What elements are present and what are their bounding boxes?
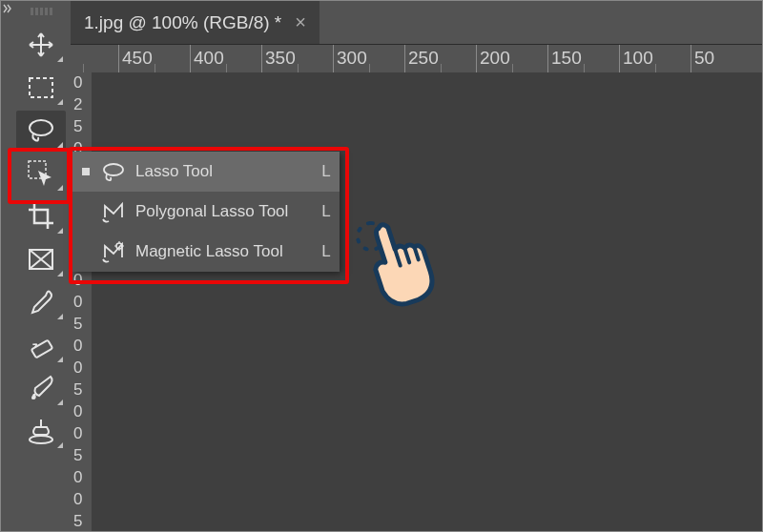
healing-brush-icon: [27, 331, 55, 359]
frame-icon: [27, 247, 55, 272]
document-tab-title: 1.jpg @ 100% (RGB/8) *: [84, 12, 281, 33]
tools-panel: [11, 1, 71, 532]
flyout-item-shortcut: L: [313, 202, 340, 221]
panel-grip[interactable]: [11, 1, 71, 22]
photoshop-window: 1.jpg @ 100% (RGB/8) * × 450400350300250…: [0, 0, 763, 532]
healing-brush-tool[interactable]: [16, 325, 66, 365]
move-tool[interactable]: [16, 25, 66, 65]
flyout-item-polygonal-lasso-tool[interactable]: Polygonal Lasso ToolL: [72, 192, 340, 232]
selected-indicator-icon: [82, 168, 90, 175]
flyout-item-label: Lasso Tool: [135, 162, 313, 181]
crop-tool[interactable]: [16, 196, 66, 236]
flyout-item-magnetic-lasso-tool[interactable]: Magnetic Lasso ToolL: [72, 232, 340, 272]
brush-tool[interactable]: [16, 368, 66, 408]
tool-icon: [99, 200, 128, 223]
document-tab[interactable]: 1.jpg @ 100% (RGB/8) * ×: [71, 1, 320, 44]
svg-point-5: [30, 436, 52, 443]
document-tab-strip: 1.jpg @ 100% (RGB/8) * ×: [71, 1, 762, 44]
lasso-tool[interactable]: [16, 111, 66, 151]
clone-stamp-tool[interactable]: [16, 411, 66, 451]
close-icon[interactable]: ×: [295, 11, 306, 33]
lasso-tool-flyout: Lasso ToolLPolygonal Lasso ToolLMagnetic…: [72, 152, 340, 272]
ruler-vertical[interactable]: 025005005005005005005: [71, 72, 93, 531]
pointing-hand-icon: [354, 206, 444, 311]
svg-point-6: [104, 164, 123, 175]
quick-select-icon: [27, 159, 55, 188]
svg-rect-0: [30, 78, 52, 97]
flyout-item-label: Magnetic Lasso Tool: [135, 242, 313, 261]
tool-icon: [99, 240, 128, 263]
lasso-icon: [26, 117, 56, 144]
ruler-horizontal[interactable]: 45040035030025020015010050: [71, 44, 762, 74]
quick-select-tool[interactable]: [16, 153, 66, 194]
tool-icon: [99, 161, 128, 182]
frame-tool[interactable]: [16, 239, 66, 279]
svg-point-1: [30, 120, 52, 135]
flyout-item-shortcut: L: [313, 242, 340, 261]
panel-collapse-strip[interactable]: [1, 1, 11, 532]
move-icon: [27, 31, 55, 59]
brush-icon: [26, 373, 56, 403]
flyout-item-label: Polygonal Lasso Tool: [135, 202, 313, 221]
flyout-item-shortcut: L: [313, 162, 340, 181]
crop-icon: [27, 202, 55, 231]
eyedropper-tool[interactable]: [16, 282, 66, 322]
marquee-tool[interactable]: [16, 68, 66, 108]
svg-rect-4: [31, 340, 52, 358]
marquee-icon: [28, 76, 54, 99]
clone-stamp-icon: [26, 416, 56, 446]
flyout-item-lasso-tool[interactable]: Lasso ToolL: [72, 152, 340, 192]
eyedropper-icon: [27, 288, 55, 317]
